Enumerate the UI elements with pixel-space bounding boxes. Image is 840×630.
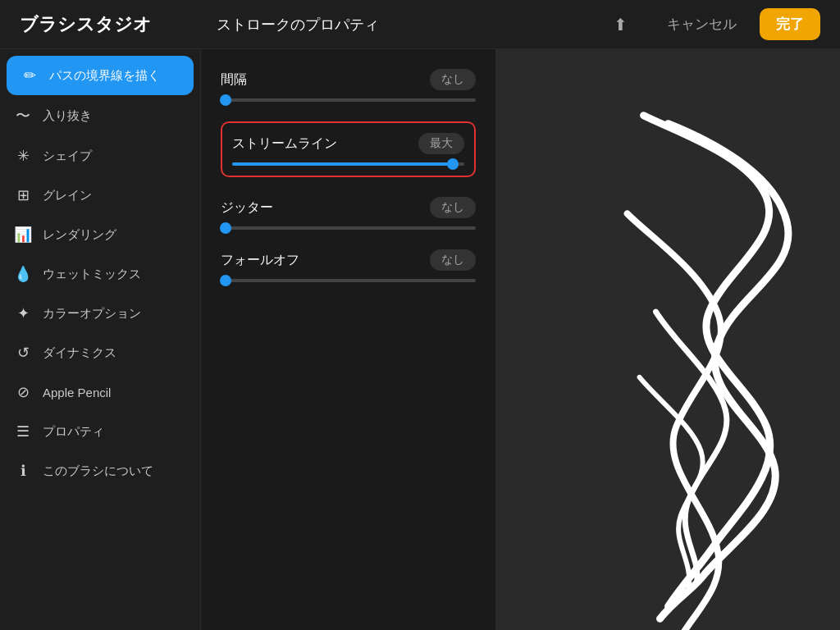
property-row-falloff: フォールオフなし [221,249,476,282]
header: ブラシスタジオ ストロークのプロパティ ⬆ キャンセル 完了 [0,0,840,49]
property-row-streamline: ストリームライン最大 [221,121,476,177]
grain-icon: ⊞ [13,186,33,204]
taper-icon: 〜 [13,106,33,126]
sidebar-item-rendering[interactable]: 📊レンダリング [0,215,200,254]
sidebar-label-rendering: レンダリング [43,227,116,243]
slider-thumb-spacing[interactable] [220,94,231,106]
property-name-falloff: フォールオフ [221,252,299,269]
sidebar-item-dynamics[interactable]: ↺ダイナミクス [0,333,200,372]
section-title: ストロークのプロパティ [217,15,614,34]
apple-pencil-icon: ⊘ [13,383,33,401]
slider-thumb-jitter[interactable] [220,222,231,234]
color-options-icon: ✦ [13,304,33,322]
rendering-icon: 📊 [13,226,33,244]
sidebar-item-apple-pencil[interactable]: ⊘Apple Pencil [0,372,200,412]
property-header-falloff: フォールオフなし [221,249,476,271]
shape-icon: ✳ [13,147,33,165]
about-icon: ℹ [13,462,33,480]
wet-mix-icon: 💧 [13,265,33,283]
share-icon[interactable]: ⬆ [614,15,628,34]
property-row-spacing: 間隔なし [221,69,476,102]
property-name-streamline: ストリームライン [232,135,337,153]
slider-fill-streamline [232,162,453,166]
sidebar-item-color-options[interactable]: ✦カラーオプション [0,294,200,333]
sidebar-label-grain: グレイン [43,188,92,203]
property-value-jitter: なし [430,197,476,218]
sidebar: ✏パスの境界線を描く〜入り抜き✳シェイプ⊞グレイン📊レンダリング💧ウェットミック… [0,49,201,630]
property-value-streamline: 最大 [418,133,464,154]
property-value-falloff: なし [430,249,476,271]
sidebar-label-taper: 入り抜き [43,108,92,124]
sidebar-item-about[interactable]: ℹこのブラシについて [0,451,200,491]
slider-track-jitter[interactable] [221,226,476,230]
slider-track-streamline[interactable] [232,162,464,166]
sidebar-item-properties[interactable]: ☰プロパティ [0,412,200,451]
property-row-jitter: ジッターなし [221,197,476,230]
property-header-streamline: ストリームライン最大 [232,133,464,154]
property-name-spacing: 間隔 [221,71,247,89]
property-name-jitter: ジッター [221,199,273,217]
done-button[interactable]: 完了 [760,8,820,40]
sidebar-item-shape[interactable]: ✳シェイプ [0,136,200,176]
path-border-icon: ✏ [20,66,39,84]
header-actions: ⬆ キャンセル 完了 [614,8,820,40]
sidebar-item-taper[interactable]: 〜入り抜き [0,95,200,136]
dynamics-icon: ↺ [13,344,33,362]
main-layout: ✏パスの境界線を描く〜入り抜き✳シェイプ⊞グレイン📊レンダリング💧ウェットミック… [0,49,840,630]
app-title: ブラシスタジオ [20,12,217,37]
sidebar-label-color-options: カラーオプション [43,306,141,322]
slider-thumb-streamline[interactable] [447,158,459,170]
slider-track-spacing[interactable] [221,98,476,102]
sidebar-label-apple-pencil: Apple Pencil [43,386,111,399]
sidebar-label-about: このブラシについて [43,463,153,479]
property-header-spacing: 間隔なし [221,69,476,90]
sidebar-label-shape: シェイプ [43,148,92,164]
canvas-area[interactable] [496,49,840,630]
content-area: 間隔なしストリームライン最大ジッターなしフォールオフなし [201,49,840,630]
slider-thumb-falloff[interactable] [220,275,231,286]
sidebar-label-dynamics: ダイナミクス [43,345,116,361]
sidebar-item-wet-mix[interactable]: 💧ウェットミックス [0,254,200,294]
sidebar-label-path-border: パスの境界線を描く [49,68,160,84]
sidebar-label-properties: プロパティ [43,424,104,440]
property-value-spacing: なし [430,69,476,90]
sidebar-label-wet-mix: ウェットミックス [43,267,141,282]
properties-panel: 間隔なしストリームライン最大ジッターなしフォールオフなし [201,49,496,630]
sidebar-item-path-border[interactable]: ✏パスの境界線を描く [7,56,194,95]
slider-track-falloff[interactable] [221,279,476,282]
sidebar-item-grain[interactable]: ⊞グレイン [0,176,200,215]
property-header-jitter: ジッターなし [221,197,476,218]
cancel-button[interactable]: キャンセル [657,10,746,39]
properties-icon: ☰ [13,422,33,441]
